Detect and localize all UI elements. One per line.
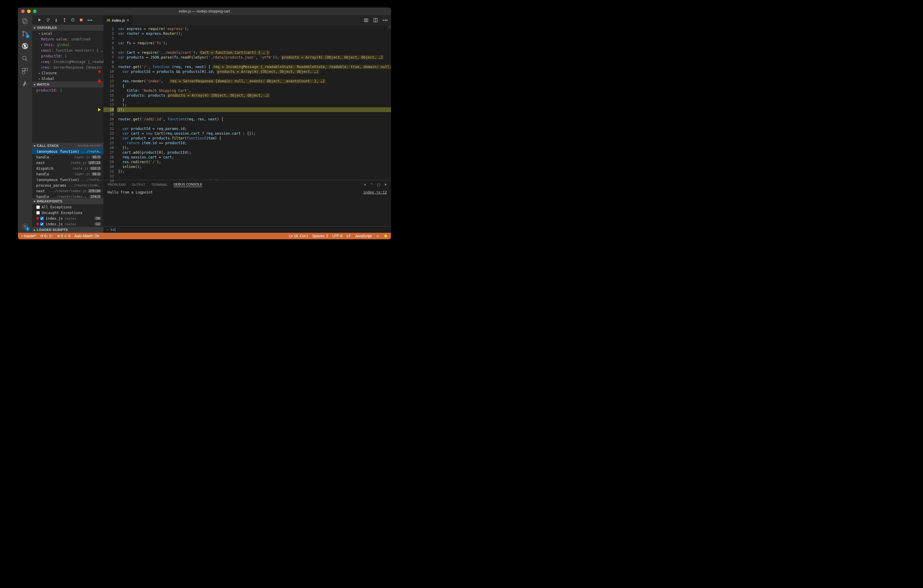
code-line[interactable]: }); <box>117 107 391 112</box>
compare-icon[interactable] <box>364 18 368 23</box>
panel-collapse-icon[interactable]: ⌃ <box>370 183 373 187</box>
status-auto-attach[interactable]: Auto Attach: On <box>74 234 99 238</box>
code-line[interactable]: res.redirect('/'); <box>117 159 391 164</box>
watch-productid[interactable]: productId: 1 <box>32 87 103 93</box>
bp-item-2[interactable]: index.jsroutes12 <box>32 221 103 227</box>
code-line[interactable]: var fs = require('fs'); <box>117 41 391 46</box>
restart-button[interactable] <box>71 18 75 22</box>
code-line[interactable]: return item.id == productId; <box>117 141 391 145</box>
callstack-frame[interactable]: (anonymous function).../routes/ind… <box>32 149 103 154</box>
minimize-window-button[interactable] <box>27 10 31 13</box>
search-icon[interactable] <box>21 55 28 62</box>
debug-console-output[interactable]: Hallo from a Logpoint index.js:12 <box>103 189 391 226</box>
console-source-link[interactable]: index.js:12 <box>363 190 387 194</box>
var-req[interactable]: ▸req: IncomingMessage {_readableSt… <box>32 59 103 64</box>
code-line[interactable]: req.session.cart = cart; <box>117 155 391 159</box>
panel-close-icon[interactable]: ✕ <box>384 183 387 187</box>
var-return-value[interactable]: Return value: undefined <box>32 36 103 42</box>
status-feedback-icon[interactable]: ☺ <box>376 234 379 238</box>
code-line[interactable]: var cart = new Cart(req.session.cart ? r… <box>117 131 391 136</box>
code-line[interactable]: title: 'NodeJS Shopping Cart', <box>117 88 391 93</box>
panel-layout-icon[interactable]: ▢ <box>377 183 380 187</box>
status-bell-icon[interactable]: 🔔 <box>384 234 388 238</box>
watch-section-header[interactable]: ▾WATCH <box>32 81 103 87</box>
callstack-frame[interactable]: next.../router/index.js275:10 <box>32 188 103 194</box>
debug-console-input[interactable]: ›44 <box>103 226 391 233</box>
code-line[interactable]: var router = express.Router(); <box>117 31 391 36</box>
var-next[interactable]: ▸next: function next(err) { … } <box>32 48 103 53</box>
panel-tab-output[interactable]: OUTPUT <box>132 183 145 186</box>
code-line[interactable]: } <box>117 98 391 103</box>
code-line[interactable]: var productId = req.params.id; <box>117 126 391 131</box>
callstack-frame[interactable]: handlelayer.js95:5 <box>32 171 103 177</box>
step-out-button[interactable] <box>62 18 67 22</box>
code-line[interactable]: var productId = products && products[0].… <box>117 69 391 74</box>
more-debug-button[interactable]: ••• <box>87 18 92 22</box>
text-editor[interactable]: 1234567891011121314151617181920212223242… <box>103 25 391 180</box>
var-productid[interactable]: productId: 1 <box>32 53 103 59</box>
code-content[interactable]: var express = require('express');var rou… <box>117 25 391 180</box>
status-language[interactable]: JavaScript <box>355 234 372 238</box>
code-line[interactable]: }); <box>117 169 391 174</box>
callstack-frame[interactable]: handlelayer.js95:5 <box>32 154 103 160</box>
azure-icon[interactable] <box>21 80 28 87</box>
code-line[interactable]: var product = products.filter(function(i… <box>117 136 391 141</box>
status-cursor-pos[interactable]: Ln 18, Col 1 <box>289 234 308 238</box>
continue-button[interactable] <box>38 18 42 22</box>
callstack-frame[interactable]: process_params.../router/index.js <box>32 182 103 188</box>
maximize-window-button[interactable] <box>33 10 36 13</box>
code-line[interactable]: }); <box>117 145 391 150</box>
scope-global[interactable]: ▸Global <box>32 76 103 81</box>
status-sync[interactable]: ⟳ 0↓ 2↑ <box>41 234 53 238</box>
code-line[interactable] <box>117 122 391 126</box>
code-line[interactable]: inline(); <box>117 164 391 169</box>
code-line[interactable]: router.get('/', function (req, res, next… <box>117 64 391 69</box>
code-line[interactable] <box>117 60 391 64</box>
var-res[interactable]: ▸res: ServerResponse {domain: null… <box>32 64 103 70</box>
status-branch[interactable]: ⑂ master* <box>21 234 36 238</box>
code-line[interactable]: var products = JSON.parse(fs.readFileSyn… <box>117 55 391 60</box>
status-problems[interactable]: ⊘ 0 ⚠ 0 <box>57 234 70 238</box>
bp-uncaught-exceptions[interactable]: Uncaught Exceptions <box>32 210 103 215</box>
close-window-button[interactable] <box>21 10 25 13</box>
extensions-icon[interactable] <box>21 67 28 75</box>
code-line[interactable] <box>117 174 391 179</box>
minimap[interactable] <box>388 25 391 29</box>
more-editor-icon[interactable]: ••• <box>383 18 388 23</box>
scope-closure[interactable]: ▸Closure <box>32 70 103 76</box>
code-line[interactable]: res.render('index', res = ServerResponse… <box>117 79 391 84</box>
panel-filter-icon[interactable]: ≡ <box>364 183 366 187</box>
step-over-button[interactable] <box>46 18 50 22</box>
code-line[interactable]: { <box>117 84 391 88</box>
code-line[interactable]: ); <box>117 103 391 107</box>
status-encoding[interactable]: UTF-8 <box>332 234 343 238</box>
stop-button[interactable] <box>79 18 83 22</box>
callstack-frame[interactable]: nextroute.js137:13 <box>32 160 103 166</box>
callstack-frame[interactable]: handle.../router/index.js174:3 <box>32 194 103 198</box>
split-editor-icon[interactable] <box>373 18 378 23</box>
close-tab-button[interactable]: × <box>126 18 129 23</box>
code-line[interactable] <box>117 112 391 117</box>
scm-icon[interactable]: 4 <box>21 30 28 37</box>
status-eol[interactable]: LF <box>347 234 351 238</box>
code-line[interactable]: products: productsproducts = Array(4) [O… <box>117 93 391 98</box>
breakpoints-section-header[interactable]: ▾BREAKPOINTS <box>32 198 103 204</box>
callstack-frame[interactable]: dispatchroute.js112:3 <box>32 166 103 171</box>
code-line[interactable] <box>117 74 391 79</box>
loaded-scripts-section-header[interactable]: ▸LOADED SCRIPTS <box>32 227 103 233</box>
code-line[interactable] <box>117 46 391 50</box>
line-gutter[interactable]: 1234567891011121314151617181920212223242… <box>103 25 117 180</box>
code-line[interactable]: var Cart = require('../models/cart');Car… <box>117 50 391 55</box>
scope-local[interactable]: ▾Local <box>32 31 103 36</box>
variables-section-header[interactable]: ▾VARIABLES <box>32 25 103 31</box>
tab-index-js[interactable]: JS index.js × <box>103 15 133 25</box>
code-line[interactable]: router.get('/add/:id', function(req, res… <box>117 117 391 122</box>
code-line[interactable] <box>117 36 391 41</box>
settings-icon[interactable]: 1 <box>21 223 28 230</box>
panel-tab-terminal[interactable]: TERMINAL <box>151 183 168 186</box>
callstack-frame[interactable]: (anonymous function).../router/ind… <box>32 177 103 182</box>
panel-tab-debug-console[interactable]: DEBUG CONSOLE <box>174 182 202 187</box>
bp-item-1[interactable]: index.jsroutes10 <box>32 215 103 221</box>
var-this[interactable]: ▸this: global <box>32 42 103 48</box>
bp-all-exceptions[interactable]: All Exceptions <box>32 204 103 210</box>
